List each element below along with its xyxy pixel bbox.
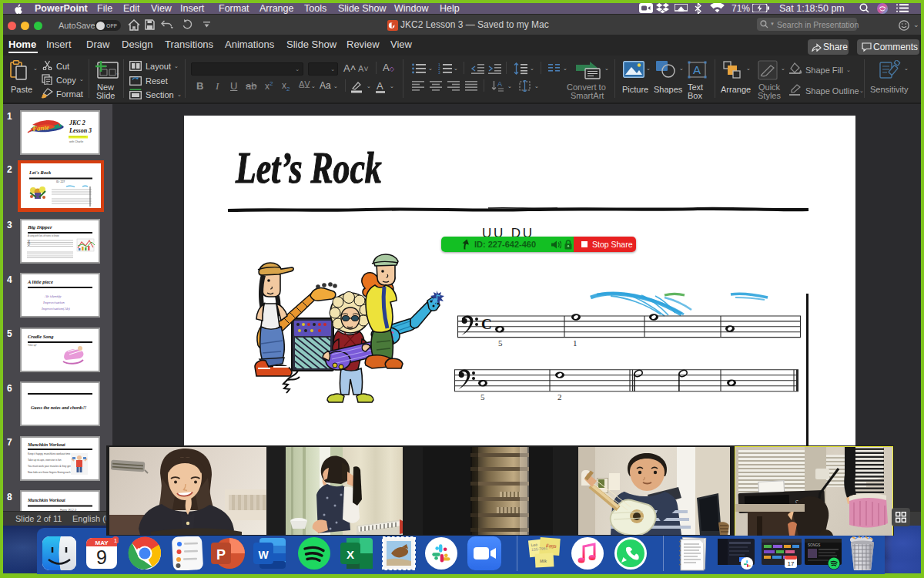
svg-text:Improvisation(Ab): Improvisation(Ab)	[41, 307, 70, 311]
svg-text:3: 3	[438, 70, 440, 74]
svg-text:17: 17	[788, 560, 795, 567]
svg-text:A: A	[497, 80, 502, 88]
svg-text:Take up sit-ups, exercise is f: Take up sit-ups, exercise is fun	[28, 459, 62, 462]
svg-text:Milk: Milk	[540, 559, 547, 563]
svg-text:Big Dipper: Big Dipper	[27, 224, 52, 230]
svg-text:Guess the notes and chords!!: Guess the notes and chords!!	[31, 405, 86, 410]
svg-text:A song with lots of notes to k: A song with lots of notes to know	[28, 234, 60, 237]
svg-text:MAY: MAY	[95, 539, 109, 546]
svg-text:C: C	[481, 316, 492, 332]
svg-text:2: 2	[557, 392, 562, 402]
svg-text:Lesson 3: Lesson 3	[69, 127, 92, 134]
svg-text:5: 5	[498, 338, 503, 348]
svg-text:1: 1	[573, 338, 578, 348]
svg-text:Cradle Song: Cradle Song	[28, 334, 54, 339]
svg-text:P: P	[216, 547, 226, 563]
svg-text:A: A	[693, 63, 701, 76]
svg-text:5: 5	[480, 392, 485, 402]
svg-text:Eggs: Eggs	[546, 543, 557, 549]
svg-text:ID: 227: ID: 227	[56, 180, 65, 183]
svg-text:9: 9	[96, 546, 107, 568]
svg-text:X: X	[346, 548, 354, 561]
svg-text:Keep it happy, munchkins worko: Keep it happy, munchkins workout time	[28, 452, 70, 455]
svg-text:JKC 2: JKC 2	[69, 119, 85, 126]
svg-text:W: W	[258, 549, 269, 561]
svg-text:Let's Rock: Let's Rock	[28, 170, 52, 175]
svg-text:Time up!: Time up!	[28, 344, 37, 347]
svg-text:Munchkin Workout: Munchkin Workout	[27, 498, 65, 502]
svg-text:𝄞: 𝄞	[27, 239, 30, 246]
svg-text:1: 1	[114, 537, 118, 544]
svg-text:Munchkin Workout: Munchkin Workout	[27, 442, 65, 447]
svg-text:with Charlie: with Charlie	[69, 140, 83, 143]
svg-text:SONGS: SONGS	[808, 543, 820, 547]
svg-text:Ab identify: Ab identify	[44, 294, 62, 298]
svg-text:Improvisation: Improvisation	[42, 301, 65, 304]
svg-text:A little piece: A little piece	[27, 279, 53, 284]
